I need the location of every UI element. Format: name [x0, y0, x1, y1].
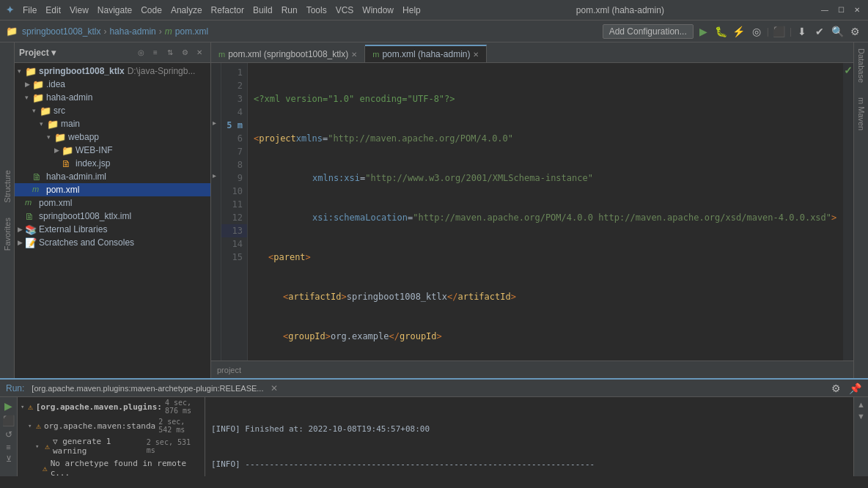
run-stop-button[interactable]: ⬛ — [2, 415, 15, 426]
menu-refactor[interactable]: Refactor — [211, 5, 244, 15]
run-down-icon[interactable]: ▼ — [857, 412, 865, 421]
run-filter-icon[interactable]: ⊻ — [6, 454, 12, 464]
tab-pom-haha[interactable]: m pom.xml (haha-admin) ✕ — [365, 45, 487, 62]
title-center: pom.xml (haha-admin) — [576, 5, 664, 15]
index-jsp-label: index.jsp — [76, 158, 110, 169]
run-output: [INFO] Finished at: 2022-10-08T19:45:57+… — [205, 397, 853, 476]
stop-icon[interactable]: ⬛ — [772, 24, 787, 39]
menu-window[interactable]: Window — [362, 5, 394, 15]
run-item-label-1: org.apache.maven:standa — [44, 421, 155, 431]
settings-icon[interactable]: ⚙ — [847, 24, 862, 39]
tab-pom-springboot[interactable]: m pom.xml (springboot1008_ktlx) ✕ — [211, 45, 365, 62]
run-item-time-2: 2 sec, 531 ms — [147, 438, 200, 454]
close-panel-icon[interactable]: ✕ — [193, 46, 206, 59]
run-item-1[interactable]: ▾ ⚠ org.apache.maven:standa 2 sec, 542 m… — [18, 416, 205, 435]
breadcrumb-file: pom.xml — [175, 26, 208, 37]
tree-src[interactable]: ▾ 📁 src — [15, 104, 210, 117]
run-pin-icon[interactable]: 📌 — [847, 381, 862, 396]
tab-close-0[interactable]: ✕ — [351, 51, 357, 59]
profile-icon[interactable]: ◎ — [749, 24, 764, 39]
win-maximize[interactable]: ☐ — [836, 5, 846, 15]
haha-admin-label: haha-admin — [46, 92, 92, 103]
vcs-commit-icon[interactable]: ✔ — [812, 24, 827, 39]
tab-icon-0: m — [218, 50, 225, 59]
line-numbers: 1 2 3 4 5 m‍ 6 7 8 9 10 11 12 13 14 15 — [221, 63, 248, 361]
run-item-label-0: [org.apache.maven.plugins: — [36, 402, 162, 412]
menu-help[interactable]: Help — [402, 5, 421, 15]
app-logo: ✦ — [6, 4, 14, 15]
tree-external-libs[interactable]: ▶ 📚 External Libraries — [15, 223, 210, 236]
locate-file-icon[interactable]: ◎ — [134, 46, 147, 59]
tree-web-inf[interactable]: ▶ 📁 WEB-INF — [15, 144, 210, 157]
run-item-0[interactable]: ▾ ⚠ [org.apache.maven.plugins: 4 sec, 87… — [18, 397, 205, 416]
run-item-3[interactable]: ⚠ No archetype found in remote c... — [18, 457, 205, 476]
right-sidebar: Database m Maven — [853, 42, 868, 378]
run-item-2[interactable]: ▾ ⚠ ▽ generate 1 warning 2 sec, 531 ms — [18, 435, 205, 457]
run-scroll-end-icon[interactable]: ≡ — [6, 443, 10, 451]
run-play-button[interactable]: ▶ — [4, 400, 12, 412]
tree-index-jsp[interactable]: 🗎 index.jsp — [15, 157, 210, 170]
tree-scratches[interactable]: ▶ 📝 Scratches and Consoles — [15, 236, 210, 249]
run-up-icon[interactable]: ▲ — [857, 400, 865, 409]
menu-file[interactable]: File — [23, 5, 37, 15]
tree-main[interactable]: ▾ 📁 main — [15, 117, 210, 130]
database-label[interactable]: Database — [857, 48, 866, 83]
run-icon[interactable]: ▶ — [696, 24, 711, 39]
root-label: springboot1008_ktlx — [39, 66, 125, 76]
editor-status-text: project — [217, 366, 241, 374]
win-close[interactable]: ✕ — [852, 5, 862, 15]
menu-run[interactable]: Run — [282, 5, 298, 15]
run-panel: Run: [org.apache.maven.plugins:maven-arc… — [0, 378, 868, 488]
warn-icon-0: ⚠ — [28, 402, 33, 412]
debug-icon[interactable]: 🐛 — [714, 24, 729, 39]
tree-pom-xml-root[interactable]: m pom.xml — [15, 196, 210, 210]
tree-idea[interactable]: ▶ 📁 .idea — [15, 78, 210, 91]
maven-label[interactable]: m Maven — [857, 97, 866, 130]
menu-edit[interactable]: Edit — [45, 5, 61, 15]
menu-view[interactable]: View — [70, 5, 89, 15]
run-tab-close[interactable]: ✕ — [271, 383, 278, 393]
menu-tools[interactable]: Tools — [306, 5, 327, 15]
tab-close-1[interactable]: ✕ — [473, 51, 479, 59]
menu-code[interactable]: Code — [141, 5, 162, 15]
structure-label[interactable]: Structure — [3, 170, 12, 203]
warn-icon-1: ⚠ — [36, 421, 41, 431]
run-controls: ▶ ⬛ ↺ ≡ ⊻ — [0, 397, 18, 476]
sort-icon[interactable]: ⇅ — [163, 46, 177, 59]
run-item-label-2: ▽ generate 1 warning — [53, 437, 144, 456]
tree-haha-admin[interactable]: ▾ 📁 haha-admin — [15, 91, 210, 104]
tree-pom-xml[interactable]: m pom.xml — [15, 183, 210, 196]
vcs-update-icon[interactable]: ⬇ — [795, 24, 809, 39]
breadcrumb-module[interactable]: haha-admin — [109, 26, 155, 37]
run-settings-icon[interactable]: ⚙ — [828, 381, 843, 396]
web-inf-label: WEB-INF — [76, 145, 113, 155]
project-tree: ▾ 📁 springboot1008_ktlx D:\java-Springb.… — [15, 63, 210, 378]
tree-webapp[interactable]: ▾ 📁 webapp — [15, 130, 210, 144]
editor-content: ▸ ▸ 1 2 3 4 5 m‍ 6 7 8 9 10 — [211, 63, 853, 361]
idea-label: .idea — [46, 79, 65, 89]
tabs-bar: m pom.xml (springboot1008_ktlx) ✕ m pom.… — [211, 42, 853, 63]
add-configuration-button[interactable]: Add Configuration... — [603, 24, 694, 39]
menu-navigate[interactable]: Navigate — [98, 5, 132, 15]
coverage-icon[interactable]: ⚡ — [732, 24, 746, 39]
toolbar: 📁 springboot1008_ktlx › haha-admin › m p… — [0, 21, 868, 42]
external-libs-label: External Libraries — [39, 224, 107, 234]
collapse-all-icon[interactable]: ≡ — [149, 46, 162, 59]
toolbar-divider2: | — [790, 26, 792, 37]
menu-analyze[interactable]: Analyze — [171, 5, 202, 15]
tree-haha-iml[interactable]: 🗎 haha-admin.iml — [15, 170, 210, 183]
code-editor[interactable]: <?xml version="1.0" encoding="UTF-8"?> <… — [248, 63, 843, 361]
tree-springboot-iml[interactable]: 🗎 springboot1008_ktlx.iml — [15, 210, 210, 223]
favorites-label[interactable]: Favorites — [3, 218, 12, 251]
tree-root[interactable]: ▾ 📁 springboot1008_ktlx D:\java-Springb.… — [15, 64, 210, 78]
app-root: ✦ File Edit View Navigate Code Analyze R… — [0, 0, 868, 488]
run-rerun-button[interactable]: ↺ — [5, 429, 12, 440]
search-everywhere-icon[interactable]: 🔍 — [830, 24, 845, 39]
settings-panel-icon[interactable]: ⚙ — [178, 46, 191, 59]
editor-area: m pom.xml (springboot1008_ktlx) ✕ m pom.… — [211, 42, 853, 378]
menu-build[interactable]: Build — [253, 5, 273, 15]
breadcrumb-project[interactable]: springboot1008_ktlx — [22, 26, 100, 37]
menu-vcs[interactable]: VCS — [336, 5, 354, 15]
src-label: src — [54, 106, 65, 116]
win-minimize[interactable]: — — [820, 5, 830, 15]
